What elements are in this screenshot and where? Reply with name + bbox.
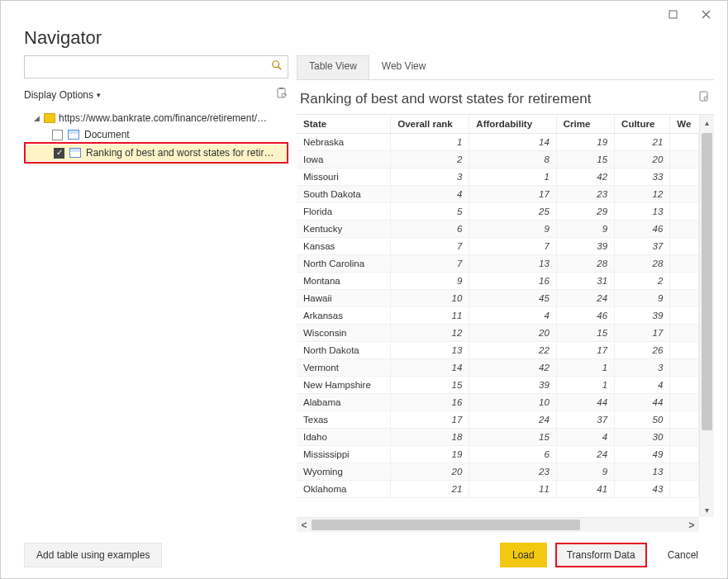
- cell-truncated: [670, 290, 699, 307]
- cell-value: 1: [556, 377, 614, 394]
- vertical-scrollbar[interactable]: ▴ ▾: [699, 115, 714, 517]
- cell-value: 6: [469, 446, 556, 463]
- table-row[interactable]: Mississippi1962449: [297, 446, 699, 463]
- cell-value: 42: [556, 168, 614, 186]
- cell-value: 14: [469, 134, 556, 151]
- cell-value: 10: [391, 290, 469, 307]
- expand-icon: ◢: [32, 114, 40, 122]
- table-row[interactable]: Kentucky69946: [297, 221, 699, 238]
- tree-item-ranking[interactable]: ✓ Ranking of best and worst states for r…: [26, 145, 287, 161]
- table-row[interactable]: Florida5252913: [297, 203, 699, 221]
- close-button[interactable]: [689, 4, 722, 24]
- search-input[interactable]: [30, 60, 271, 74]
- table-row[interactable]: Texas17243750: [297, 411, 699, 429]
- table-row[interactable]: Montana916312: [297, 273, 699, 290]
- cell-value: 13: [469, 255, 556, 273]
- table-row[interactable]: Nebraska1141921: [297, 134, 699, 151]
- cell-value: 13: [615, 463, 670, 481]
- table-row[interactable]: Alabama16104444: [297, 394, 699, 411]
- col-truncated[interactable]: We: [670, 115, 699, 134]
- cell-value: 11: [391, 307, 469, 325]
- cell-value: 14: [391, 359, 469, 377]
- preview-table: State Overall rank Affordability Crime C…: [297, 115, 699, 498]
- cell-value: 50: [615, 411, 670, 429]
- table-row[interactable]: Vermont144213: [297, 359, 699, 377]
- cell-state: Missouri: [297, 168, 391, 186]
- cell-value: 20: [615, 151, 670, 168]
- maximize-button[interactable]: [656, 4, 689, 24]
- cell-value: 4: [615, 377, 670, 394]
- table-row[interactable]: North Carolina7132828: [297, 255, 699, 273]
- table-row[interactable]: New Hampshire153914: [297, 377, 699, 394]
- cell-value: 22: [469, 342, 556, 359]
- table-row[interactable]: Wisconsin12201517: [297, 325, 699, 342]
- cell-truncated: [670, 394, 699, 411]
- refresh-preview-icon[interactable]: [697, 90, 711, 107]
- table-row[interactable]: Hawaii1045249: [297, 290, 699, 307]
- horizontal-scrollbar[interactable]: < >: [297, 517, 699, 532]
- cell-value: 21: [615, 134, 670, 151]
- search-input-wrapper[interactable]: [24, 55, 288, 78]
- add-table-using-examples-button[interactable]: Add table using examples: [24, 543, 162, 567]
- cell-value: 20: [391, 463, 469, 481]
- scroll-thumb-vertical[interactable]: [702, 133, 712, 430]
- folder-icon: [44, 113, 55, 123]
- cell-value: 1: [469, 168, 556, 186]
- cell-value: 3: [615, 359, 670, 377]
- cell-value: 44: [615, 394, 670, 411]
- cell-value: 39: [615, 307, 670, 325]
- cell-value: 10: [469, 394, 556, 411]
- tab-table-view[interactable]: Table View: [297, 55, 369, 79]
- scroll-left-icon[interactable]: <: [297, 518, 312, 532]
- cell-value: 9: [615, 290, 670, 307]
- preview-panel: Table View Web View Ranking of best and …: [297, 55, 714, 532]
- col-state[interactable]: State: [297, 115, 391, 134]
- checkbox-checked[interactable]: ✓: [54, 148, 64, 159]
- cell-value: 4: [469, 307, 556, 325]
- cell-value: 15: [469, 429, 556, 446]
- table-row[interactable]: Kansas773937: [297, 238, 699, 255]
- tab-web-view[interactable]: Web View: [369, 55, 439, 79]
- navigator-dialog: Navigator Display Options ▾ ◢: [0, 0, 728, 579]
- scroll-down-icon[interactable]: ▾: [700, 502, 714, 517]
- refresh-icon[interactable]: [275, 87, 288, 103]
- cell-truncated: [670, 221, 699, 238]
- display-options-button[interactable]: Display Options ▾: [24, 89, 101, 101]
- checkbox-unchecked[interactable]: [52, 130, 63, 140]
- preview-tabs: Table View Web View: [297, 55, 714, 80]
- cancel-button[interactable]: Cancel: [655, 543, 711, 567]
- load-button[interactable]: Load: [500, 543, 547, 567]
- table-icon: [69, 148, 81, 158]
- table-wrapper: State Overall rank Affordability Crime C…: [297, 114, 714, 532]
- cell-value: 2: [615, 273, 670, 290]
- cell-value: 18: [391, 429, 469, 446]
- col-overall-rank[interactable]: Overall rank: [391, 115, 469, 134]
- tree-root-node[interactable]: ◢ https://www.bankrate.com/finance/retir…: [24, 110, 288, 126]
- cell-state: Hawaii: [297, 290, 391, 307]
- table-scroll: State Overall rank Affordability Crime C…: [297, 115, 699, 517]
- col-affordability[interactable]: Affordability: [469, 115, 556, 134]
- scroll-right-icon[interactable]: >: [684, 518, 699, 532]
- table-row[interactable]: Missouri314233: [297, 168, 699, 186]
- table-row[interactable]: North Dakota13221726: [297, 342, 699, 359]
- tree-item-label: Document: [84, 129, 130, 140]
- cell-value: 24: [556, 290, 614, 307]
- col-crime[interactable]: Crime: [556, 115, 614, 134]
- table-row[interactable]: Iowa281520: [297, 151, 699, 168]
- svg-rect-2: [278, 88, 285, 97]
- svg-rect-3: [700, 92, 707, 101]
- transform-data-button[interactable]: Transform Data: [555, 543, 647, 567]
- table-row[interactable]: South Dakota4172312: [297, 186, 699, 203]
- table-row[interactable]: Arkansas1144639: [297, 307, 699, 325]
- scroll-thumb-horizontal[interactable]: [312, 520, 580, 530]
- tree-item-document[interactable]: Document: [24, 126, 288, 143]
- table-row[interactable]: Wyoming2023913: [297, 463, 699, 481]
- col-culture[interactable]: Culture: [615, 115, 670, 134]
- cell-value: 13: [615, 203, 670, 221]
- table-row[interactable]: Idaho1815430: [297, 429, 699, 446]
- table-row[interactable]: Oklahoma21114143: [297, 481, 699, 498]
- scroll-up-icon[interactable]: ▴: [700, 115, 714, 130]
- cell-state: Vermont: [297, 359, 391, 377]
- cell-truncated: [670, 134, 699, 151]
- chevron-down-icon: ▾: [97, 91, 101, 99]
